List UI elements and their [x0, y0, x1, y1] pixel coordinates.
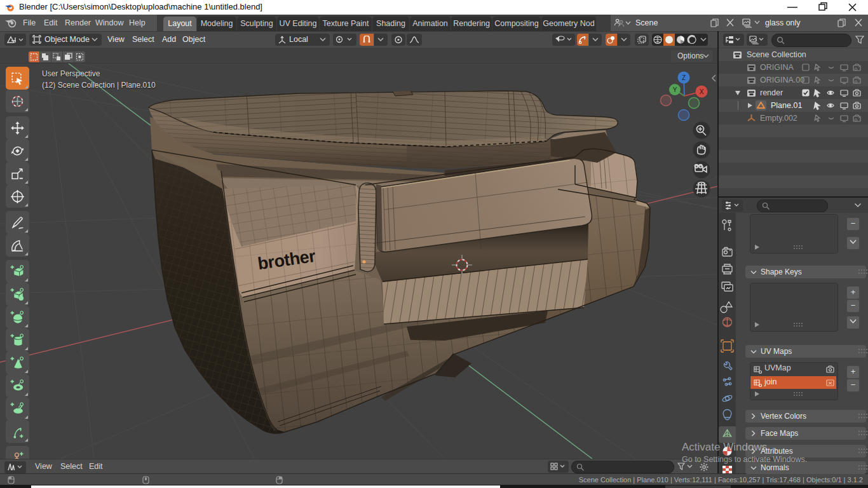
svg-text:X: X — [700, 88, 704, 95]
svg-text:Y: Y — [673, 86, 677, 93]
svg-text:Z: Z — [682, 74, 686, 81]
